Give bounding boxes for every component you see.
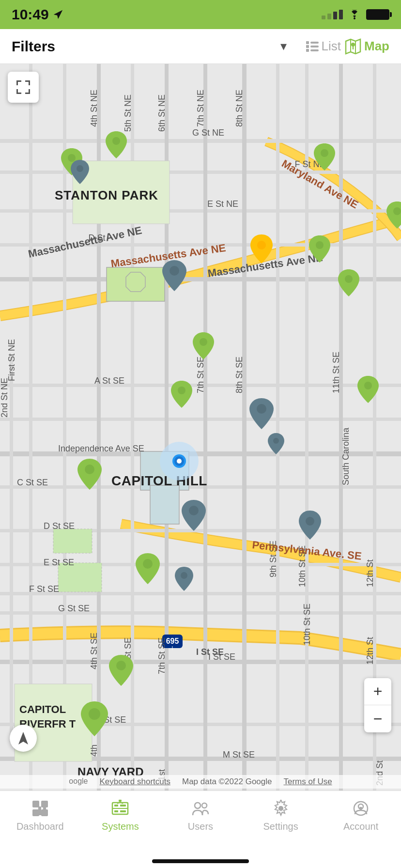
svg-text:C St SE: C St SE bbox=[17, 478, 48, 487]
svg-text:8th St SE: 8th St SE bbox=[234, 356, 244, 393]
svg-rect-152 bbox=[32, 801, 39, 807]
svg-point-119 bbox=[345, 275, 353, 283]
keyboard-shortcuts[interactable]: Keyboard shortcuts bbox=[100, 777, 170, 787]
map-label: Map bbox=[364, 39, 389, 54]
svg-point-117 bbox=[316, 241, 324, 249]
svg-rect-3 bbox=[306, 49, 309, 52]
systems-icon bbox=[108, 799, 132, 818]
svg-rect-29 bbox=[63, 64, 66, 790]
wifi-icon bbox=[348, 10, 361, 19]
svg-text:E St NE: E St NE bbox=[207, 199, 238, 209]
svg-text:11th St SE: 11th St SE bbox=[331, 352, 341, 393]
svg-point-127 bbox=[89, 708, 100, 720]
map-view-button[interactable]: Map bbox=[345, 38, 389, 55]
svg-rect-43 bbox=[150, 485, 179, 524]
svg-text:12th St: 12th St bbox=[365, 637, 375, 665]
svg-text:5th St NE: 5th St NE bbox=[123, 94, 133, 132]
nav-item-settings[interactable]: Settings bbox=[241, 799, 321, 832]
svg-text:10th St SE: 10th St SE bbox=[302, 604, 312, 645]
dashboard-icon bbox=[29, 799, 52, 818]
nav-item-systems[interactable]: Systems bbox=[80, 799, 161, 832]
svg-rect-37 bbox=[339, 64, 343, 790]
nav-item-account[interactable]: Account bbox=[321, 799, 401, 832]
svg-text:4th St NE: 4th St NE bbox=[89, 90, 99, 127]
svg-text:E St SE: E St SE bbox=[44, 558, 74, 567]
svg-rect-160 bbox=[114, 805, 118, 806]
svg-point-115 bbox=[321, 149, 328, 157]
account-icon bbox=[349, 799, 372, 818]
zoom-in-button[interactable]: + bbox=[364, 678, 391, 705]
map-svg: 695 I G St NE F St NE E St NE D St First… bbox=[0, 64, 401, 790]
map-data: Map data ©2022 Google bbox=[182, 777, 272, 787]
svg-point-164 bbox=[119, 800, 122, 802]
svg-point-129 bbox=[77, 165, 83, 172]
svg-text:7th St NE: 7th St NE bbox=[196, 90, 205, 127]
status-time: 10:49 bbox=[12, 6, 49, 23]
svg-point-165 bbox=[195, 803, 200, 808]
svg-text:I: I bbox=[172, 646, 173, 651]
svg-rect-6 bbox=[310, 49, 319, 51]
list-view-button[interactable]: List bbox=[306, 39, 341, 54]
svg-text:8th St NE: 8th St NE bbox=[234, 90, 244, 127]
dashboard-label: Dashboard bbox=[16, 821, 64, 832]
svg-point-109 bbox=[178, 387, 185, 394]
svg-point-137 bbox=[189, 506, 199, 515]
svg-rect-2 bbox=[306, 45, 309, 48]
svg-text:D St SE: D St SE bbox=[44, 521, 75, 531]
svg-point-107 bbox=[200, 338, 207, 346]
svg-text:F St SE: F St SE bbox=[29, 584, 59, 594]
svg-point-135 bbox=[273, 438, 279, 444]
account-label: Account bbox=[343, 821, 378, 832]
svg-rect-147 bbox=[29, 80, 30, 85]
svg-text:First St NE: First St NE bbox=[7, 339, 16, 381]
svg-rect-161 bbox=[114, 810, 118, 812]
top-bar: Filters ▾ List Map bbox=[0, 29, 401, 64]
svg-text:A St SE: A St SE bbox=[94, 376, 124, 386]
terms-of-use[interactable]: Terms of Use bbox=[283, 777, 332, 787]
svg-point-131 bbox=[170, 266, 179, 276]
svg-rect-1 bbox=[306, 41, 309, 44]
svg-rect-39 bbox=[10, 355, 13, 742]
bottom-nav: Dashboard Systems bbox=[0, 790, 401, 868]
nav-item-users[interactable]: Users bbox=[160, 799, 241, 832]
svg-rect-46 bbox=[53, 529, 92, 553]
map-area[interactable]: 695 I G St NE F St NE E St NE D St First… bbox=[0, 64, 401, 790]
location-button[interactable] bbox=[10, 725, 37, 752]
google-logo: oogle bbox=[69, 777, 88, 787]
svg-point-143 bbox=[257, 241, 266, 249]
svg-rect-28 bbox=[29, 64, 32, 790]
svg-rect-5 bbox=[310, 46, 319, 47]
location-arrow-icon bbox=[53, 9, 63, 20]
zoom-out-button[interactable]: − bbox=[364, 705, 391, 732]
map-attribution: oogle Keyboard shortcuts Map data ©2022 … bbox=[0, 775, 401, 789]
signal-icon bbox=[322, 10, 343, 19]
svg-text:2nd St NE: 2nd St NE bbox=[0, 378, 9, 418]
svg-text:CAPITOL: CAPITOL bbox=[19, 703, 66, 715]
svg-rect-151 bbox=[29, 89, 30, 94]
svg-point-168 bbox=[278, 806, 283, 811]
systems-label: Systems bbox=[102, 821, 139, 832]
view-toggle: List Map bbox=[306, 38, 389, 55]
svg-text:South Carolina: South Carolina bbox=[341, 427, 351, 485]
svg-text:CAPITOL HILL: CAPITOL HILL bbox=[111, 473, 207, 488]
svg-text:I St SE: I St SE bbox=[196, 647, 224, 657]
chevron-down-icon[interactable]: ▾ bbox=[280, 39, 287, 54]
svg-point-105 bbox=[112, 137, 120, 145]
users-icon bbox=[189, 799, 212, 818]
list-icon bbox=[306, 41, 319, 52]
nav-item-dashboard[interactable]: Dashboard bbox=[0, 799, 80, 832]
svg-rect-162 bbox=[120, 805, 126, 806]
svg-text:G St NE: G St NE bbox=[192, 128, 224, 138]
map-frame-button[interactable] bbox=[8, 72, 39, 103]
zoom-controls: + − bbox=[364, 678, 391, 732]
svg-point-123 bbox=[393, 207, 401, 215]
status-bar: 10:49 bbox=[0, 0, 401, 29]
svg-rect-35 bbox=[276, 64, 279, 790]
svg-text:G St SE: G St SE bbox=[58, 604, 90, 613]
svg-text:7th St SE: 7th St SE bbox=[196, 356, 205, 393]
svg-point-121 bbox=[364, 382, 372, 389]
svg-point-133 bbox=[257, 404, 266, 414]
battery-icon bbox=[366, 9, 389, 20]
filters-label: Filters bbox=[12, 38, 280, 55]
svg-point-113 bbox=[143, 559, 153, 569]
